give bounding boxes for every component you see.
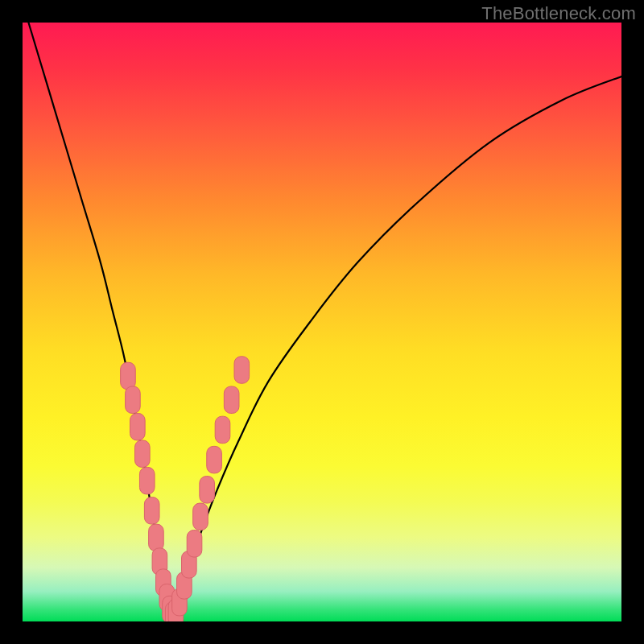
marker-lozenge [126, 386, 141, 413]
marker-lozenge [163, 596, 178, 621]
marker-lozenge [139, 467, 155, 493]
chart-frame: TheBottleneck.com [0, 0, 644, 644]
marker-lozenge [182, 551, 197, 578]
marker-lozenge [121, 362, 136, 389]
marker-lozenge [156, 569, 171, 596]
marker-lozenge [152, 548, 167, 575]
curve-right-branch [172, 76, 621, 617]
marker-lozenge [168, 599, 184, 621]
marker-lozenge [165, 602, 180, 621]
marker-lozenge [224, 386, 239, 413]
chart-svg [23, 23, 621, 621]
chart-plot-area [23, 23, 621, 621]
marker-lozenge [207, 446, 222, 473]
curve-left-branch [28, 23, 172, 617]
marker-lozenge [172, 588, 188, 615]
marker-lozenge [193, 503, 208, 530]
markers-group [121, 357, 250, 621]
watermark-text: TheBottleneck.com [481, 3, 636, 24]
marker-lozenge [144, 497, 159, 524]
marker-lozenge [130, 413, 146, 440]
marker-lozenge [149, 524, 164, 551]
marker-lozenge [177, 572, 192, 599]
marker-lozenge [234, 357, 250, 383]
marker-lozenge [159, 584, 175, 611]
marker-lozenge [187, 530, 202, 557]
marker-lozenge [200, 477, 215, 503]
marker-lozenge [215, 416, 230, 443]
curve-group [28, 23, 621, 617]
marker-lozenge [135, 440, 151, 467]
